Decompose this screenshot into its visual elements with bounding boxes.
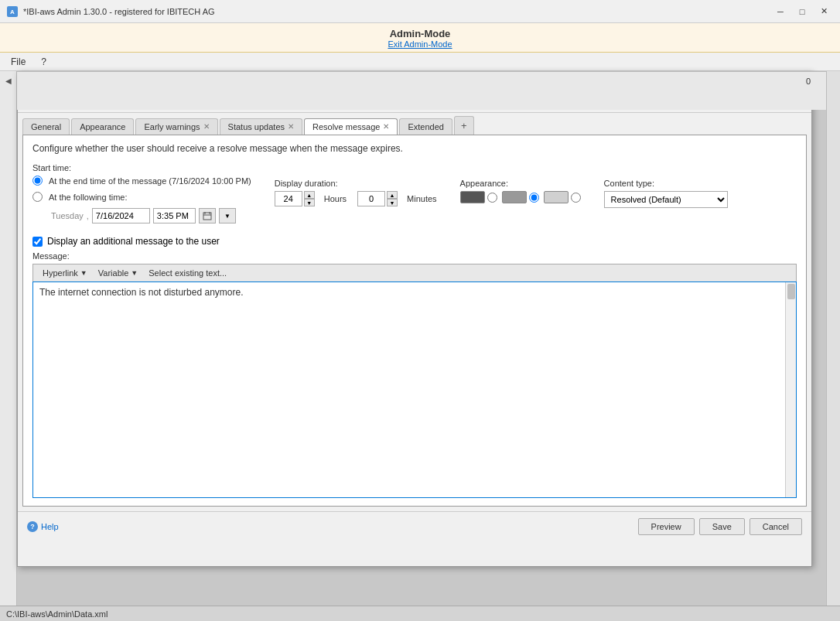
- tab-resolve-message[interactable]: Resolve message ✕: [304, 118, 398, 135]
- day-label: Tuesday: [51, 211, 84, 220]
- editor-scroll-thumb[interactable]: [787, 284, 795, 299]
- window-controls: ─ □ ✕: [770, 4, 834, 19]
- radio1-row: At the end time of the message (7/16/202…: [32, 176, 251, 186]
- dropdown-button[interactable]: ▼: [219, 208, 236, 223]
- appear-radio-2[interactable]: [529, 193, 539, 203]
- minutes-label: Minutes: [407, 194, 437, 203]
- hours-down-button[interactable]: ▼: [304, 199, 315, 206]
- title-bar: A *IBI-aws Admin 1.30.0 - registered for…: [0, 0, 840, 23]
- hours-spinner: ▲ ▼: [275, 191, 315, 206]
- tab-early-warnings-close[interactable]: ✕: [203, 123, 210, 131]
- cancel-button[interactable]: Cancel: [750, 518, 802, 535]
- dialog-container: + Add message ─ □ ✕ Lang: [17, 71, 826, 606]
- menu-bar: File ?: [0, 53, 840, 71]
- content-type-select[interactable]: Resolved (Default) Info Warning Error: [604, 191, 728, 208]
- right-panel: [826, 71, 840, 606]
- help-icon: ?: [27, 521, 38, 532]
- appearance-label: Appearance:: [460, 179, 581, 188]
- tab-extended-label: Extended: [408, 122, 443, 131]
- tab-early-warnings-label: Early warnings: [144, 122, 200, 131]
- appearance-options: [460, 191, 581, 203]
- additional-message-checkbox[interactable]: [32, 237, 43, 247]
- datetime-row: Tuesday ,: [51, 208, 251, 223]
- minutes-down-button[interactable]: ▼: [387, 199, 398, 206]
- appear-radio-1[interactable]: [487, 193, 497, 203]
- help-label: Help: [41, 522, 59, 531]
- status-path: C:\IBI-aws\Admin\Data.xml: [6, 609, 108, 619]
- message-section: Message: Hyperlink ▼ Variable ▼ Select e…: [32, 251, 797, 498]
- appear-option-2: [502, 191, 539, 203]
- tab-status-updates[interactable]: Status updates ✕: [220, 118, 302, 135]
- comma-sep: ,: [87, 211, 89, 220]
- radio-end-time-label[interactable]: At the end time of the message (7/16/202…: [49, 176, 251, 186]
- tab-status-updates-close[interactable]: ✕: [288, 123, 294, 131]
- hours-input[interactable]: [275, 191, 302, 206]
- appear-option-1: [460, 191, 497, 203]
- minimize-button[interactable]: ─: [770, 4, 790, 19]
- admin-banner: Admin-Mode Exit Admin-Mode: [0, 23, 840, 53]
- dialog-window: + Add message ─ □ ✕ Lang: [17, 71, 812, 567]
- tab-resolve-message-close[interactable]: ✕: [383, 123, 389, 131]
- editor-scrollbar[interactable]: [785, 282, 796, 497]
- hyperlink-button[interactable]: Hyperlink ▼: [38, 267, 92, 279]
- time-input[interactable]: [153, 208, 196, 223]
- app-title: *IBI-aws Admin 1.30.0 - registered for I…: [23, 7, 215, 16]
- menu-file[interactable]: File: [5, 55, 32, 69]
- tab-appearance-label: Appearance: [80, 122, 125, 131]
- main-area: ◀ + Add message ─ □ ✕: [0, 71, 840, 606]
- tab-extended[interactable]: Extended: [399, 118, 452, 135]
- tabs-bar: General Appearance Early warnings ✕ Stat…: [18, 113, 811, 135]
- duration-inputs: ▲ ▼ Hours ▲ ▼: [275, 191, 437, 206]
- hours-spinner-buttons: ▲ ▼: [304, 191, 315, 206]
- message-label: Message:: [32, 251, 797, 261]
- maximize-button[interactable]: □: [792, 4, 812, 19]
- start-time-label: Start time:: [32, 163, 87, 172]
- tab-add-button[interactable]: +: [454, 116, 474, 135]
- menu-help[interactable]: ?: [35, 55, 53, 69]
- display-duration-label: Display duration:: [275, 179, 437, 188]
- appear-option-3: [544, 191, 581, 203]
- sidebar: ◀: [0, 71, 17, 606]
- radio-following-time[interactable]: [32, 192, 43, 202]
- tab-appearance[interactable]: Appearance: [71, 118, 134, 135]
- appear-radio-3[interactable]: [571, 193, 581, 203]
- radio-end-time[interactable]: [32, 176, 43, 186]
- hours-up-button[interactable]: ▲: [304, 191, 315, 199]
- select-existing-button[interactable]: Select existing text...: [144, 267, 231, 279]
- checkbox-row: Display an additional message to the use…: [32, 236, 797, 247]
- exit-admin-link[interactable]: Exit Admin-Mode: [0, 39, 840, 49]
- dialog-bottom: ? Help Preview Save Cancel: [18, 511, 811, 541]
- minutes-spinner-buttons: ▲ ▼: [387, 191, 398, 206]
- variable-label: Variable: [98, 268, 129, 278]
- calendar-button[interactable]: [199, 208, 216, 223]
- minutes-spinner: ▲ ▼: [357, 191, 398, 206]
- tab-resolve-message-label: Resolve message: [312, 122, 380, 131]
- appear-box-light: [544, 191, 569, 203]
- content-description: Configure whether the user should receiv…: [32, 143, 797, 154]
- preview-button[interactable]: Preview: [638, 518, 695, 535]
- date-input[interactable]: [92, 208, 150, 223]
- lower-area: 0: [17, 71, 826, 110]
- tab-early-warnings[interactable]: Early warnings ✕: [135, 118, 217, 135]
- tab-general[interactable]: General: [22, 118, 70, 135]
- message-editor[interactable]: The internet connection is not disturbed…: [32, 281, 797, 498]
- bottom-buttons: Preview Save Cancel: [638, 518, 802, 535]
- message-toolbar: Hyperlink ▼ Variable ▼ Select existing t…: [32, 264, 797, 281]
- radio-following-time-label[interactable]: At the following time:: [49, 193, 128, 202]
- variable-button[interactable]: Variable ▼: [94, 267, 142, 279]
- close-button[interactable]: ✕: [814, 4, 834, 19]
- variable-dropdown-icon: ▼: [131, 269, 138, 277]
- content-area: Configure whether the user should receiv…: [22, 135, 807, 507]
- help-link[interactable]: ? Help: [27, 521, 59, 532]
- status-bar: C:\IBI-aws\Admin\Data.xml: [0, 606, 840, 621]
- app-icon: A: [6, 5, 19, 18]
- svg-text:A: A: [10, 9, 15, 15]
- additional-message-label[interactable]: Display an additional message to the use…: [47, 236, 220, 247]
- minutes-up-button[interactable]: ▲: [387, 191, 398, 199]
- minutes-input[interactable]: [357, 191, 385, 206]
- sidebar-arrow[interactable]: ◀: [2, 74, 15, 87]
- save-button[interactable]: Save: [699, 518, 745, 535]
- content-type-label: Content type:: [604, 179, 728, 188]
- lower-counter: 0: [806, 77, 811, 86]
- appear-box-medium: [502, 191, 527, 203]
